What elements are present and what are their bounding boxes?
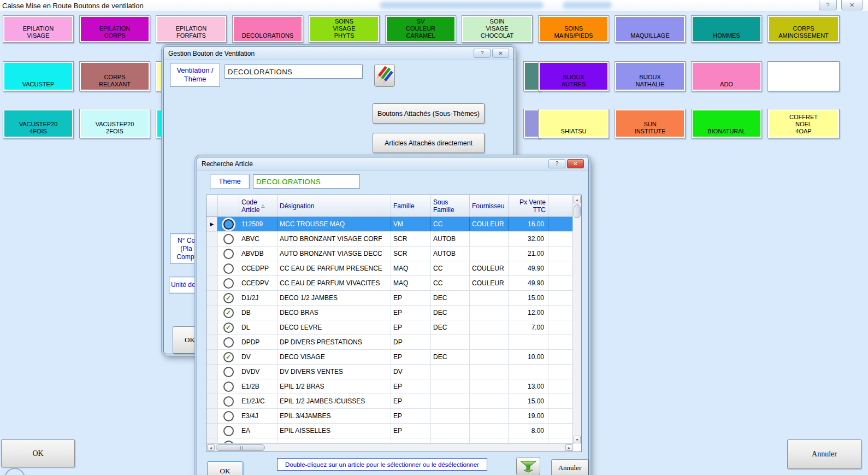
boutons-attaches-button[interactable]: Boutons Attachés (Sous-Thèmes)	[373, 103, 485, 124]
scroll-up-icon[interactable]: ▲	[574, 196, 581, 203]
recherche-ok-button[interactable]: OK	[207, 461, 243, 475]
header-designation[interactable]: Désignation	[277, 195, 391, 216]
main-ok-button[interactable]: OK	[1, 439, 75, 467]
vertical-scrollbar[interactable]: ▲ ▼	[572, 195, 581, 444]
checked-circle-icon[interactable]: ✓	[223, 322, 234, 333]
row-checkbox-cell[interactable]	[218, 379, 239, 394]
article-row-abvc[interactable]: ABVCAUTO BRONZANT VISAGE CORFSCRAUTOB32.…	[206, 232, 574, 247]
header-famille[interactable]: Famille	[391, 195, 431, 216]
unchecked-circle-icon[interactable]	[223, 278, 234, 289]
category-button-epilation-corps[interactable]: EPILATION CORPS	[79, 15, 150, 43]
recherche-close-button[interactable]: ✕	[567, 159, 584, 168]
category-button-epilation-visage[interactable]: EPILATION VISAGE	[3, 15, 74, 43]
header-sous-famille[interactable]: Sous Famille	[431, 195, 470, 216]
header-code-article[interactable]: Code Article△	[239, 195, 277, 216]
unchecked-circle-icon[interactable]	[223, 263, 234, 274]
unchecked-circle-icon[interactable]	[223, 249, 234, 259]
unchecked-circle-icon[interactable]	[223, 234, 234, 244]
article-row-e12jc[interactable]: E1/2J/CEPIL 1/2 JAMBES /CUISSESEP15.00	[206, 394, 574, 409]
ventilation-theme-input[interactable]	[225, 64, 363, 79]
row-checkbox-cell[interactable]	[218, 232, 239, 246]
unchecked-circle-icon[interactable]	[223, 382, 234, 392]
gestion-help-button[interactable]: ?	[474, 49, 491, 58]
row-checkbox-cell[interactable]	[218, 261, 239, 275]
row-checkbox-cell[interactable]	[218, 424, 239, 438]
category-button-vacustep20-2fois[interactable]: VACUSTEP20 2FOIS	[79, 109, 150, 138]
row-checkbox-cell[interactable]	[218, 394, 239, 408]
article-row-e34j[interactable]: E3/4JEPIL 3/4JAMBESEP19.00	[206, 409, 574, 424]
category-button-soins-mainspieds[interactable]: SOINS MAINS/PIEDS	[538, 15, 609, 43]
article-row-abvdb[interactable]: ABVDBAUTO BRONZANT VIASGE DECCSCRAUTOB21…	[206, 247, 574, 261]
article-row-dvdv[interactable]: DVDVDV DIVERS VENTESDV	[206, 365, 574, 379]
recherche-dialog-titlebar[interactable]: Recherche Article ? ✕	[197, 157, 588, 171]
article-row-d12j[interactable]: ✓D1/2JDECO 1/2 JAMBESEPDEC15.00	[206, 291, 574, 306]
unchecked-circle-icon[interactable]	[223, 337, 234, 348]
row-checkbox-cell[interactable]: ✓	[218, 306, 239, 320]
row-checkbox-cell[interactable]	[218, 247, 239, 261]
category-button-bijoux-nathalie[interactable]: BIJOUX NATHALIE	[615, 61, 686, 91]
row-checkbox-cell[interactable]	[218, 365, 239, 379]
category-button-epilation-forfaits[interactable]: EPILATION FORFAITS	[156, 15, 227, 43]
checked-circle-icon[interactable]: ✓	[223, 308, 234, 318]
category-button-shiatsu[interactable]: SHIATSU	[538, 109, 609, 138]
row-checkbox-cell[interactable]	[218, 409, 239, 423]
edit-colors-button[interactable]	[374, 64, 395, 87]
select-filter-button[interactable]	[516, 457, 540, 475]
row-checkbox-cell[interactable]: ✓	[218, 350, 239, 364]
row-checkbox-cell[interactable]	[218, 276, 239, 290]
row-checkbox-cell[interactable]: ✓	[218, 320, 239, 335]
category-button-vacustep[interactable]: VACUSTEP	[3, 61, 74, 91]
checked-circle-icon[interactable]: ✓	[223, 352, 234, 362]
unchecked-circle-icon[interactable]	[223, 396, 234, 407]
recherche-cancel-button[interactable]: Annuler	[551, 459, 588, 475]
category-button-sun-institute[interactable]: SUN INSTITUTE	[615, 109, 686, 138]
recherche-theme-input[interactable]	[253, 174, 360, 189]
row-checkbox-cell[interactable]	[218, 335, 239, 349]
category-button-blank-18[interactable]	[767, 61, 840, 91]
articles-attaches-button[interactable]: Articles Attachés directement	[373, 133, 485, 153]
recherche-help-button[interactable]: ?	[548, 159, 565, 168]
category-button-bionatural[interactable]: BIONATURAL	[691, 109, 762, 138]
row-checkbox-cell[interactable]: ✓	[218, 291, 239, 305]
window-close-button[interactable]: ✕	[841, 0, 863, 10]
scroll-down-icon[interactable]: ▼	[574, 436, 581, 443]
category-button-coffret-noel-4oap[interactable]: COFFRET NOEL 4OAP	[767, 109, 840, 138]
scroll-left-icon[interactable]: ◄	[207, 444, 215, 451]
header-fournisseur[interactable]: Fournisseu	[470, 195, 509, 216]
category-button-soin-visage-chocolat[interactable]: SOIN VISAGE CHOCOLAT	[462, 15, 533, 43]
vertical-scroll-thumb[interactable]	[574, 204, 581, 218]
category-button-bijoux-autres[interactable]: BIJOUX AUTRES	[538, 61, 609, 91]
header-px-vente[interactable]: Px Vente TTC	[509, 195, 548, 216]
category-button-vacustep20-4fois[interactable]: VACUSTEP20 4FOIS	[3, 109, 74, 138]
category-button-corps-amincissement[interactable]: CORPS AMINCISSEMENT	[767, 15, 840, 43]
main-cancel-button[interactable]: Annuler	[787, 439, 861, 469]
category-button-decolorations[interactable]: DECOLORATIONS	[232, 15, 303, 43]
article-row-e12b[interactable]: E1/2BEPIL 1/2 BRASEP13.00	[206, 379, 574, 394]
unchecked-circle-icon[interactable]	[223, 411, 234, 421]
gestion-close-button[interactable]: ✕	[492, 49, 509, 58]
article-row-dl[interactable]: ✓DLDECO LEVREEPDEC7.00	[206, 320, 574, 335]
article-row-ccedpv[interactable]: CCEDPVCC EAU DE PARFUM VIVACITESMAQCCCOU…	[206, 276, 574, 291]
scroll-right-icon[interactable]: ►	[565, 444, 573, 451]
article-row-db[interactable]: ✓DBDECO BRASEPDEC12.00	[206, 306, 574, 320]
category-button-maquillage[interactable]: MAQUILLAGE	[615, 15, 686, 43]
article-row-112509[interactable]: ▶112509MCC TROUSSE MAQVMCCCOULEUR16.00	[206, 217, 574, 232]
row-checkbox-cell[interactable]	[218, 217, 239, 231]
checked-circle-icon[interactable]: ✓	[223, 293, 234, 303]
category-button-ado[interactable]: ADO	[691, 61, 762, 91]
article-row-ccedpp[interactable]: CCEDPPCC EAU DE PARFUM PRESENCEMAQCCCOUL…	[206, 261, 574, 276]
article-row-dpdp[interactable]: DPDPDP DIVERS PRESTATIONSDP	[206, 335, 574, 350]
gestion-dialog-titlebar[interactable]: Gestion Bouton de Ventilation ? ✕	[164, 47, 513, 60]
category-button-corps-relaxant[interactable]: CORPS RELAXANT	[79, 61, 150, 91]
category-button-soins-visage-phyts[interactable]: SOINS VISAGE PHYTS	[309, 15, 380, 43]
unchecked-circle-icon[interactable]	[223, 367, 234, 377]
category-button-sv-couleur-caramel[interactable]: SV COULEUR CARAMEL	[385, 15, 456, 43]
category-button-hommes[interactable]: HOMMES	[691, 15, 762, 43]
window-help-button[interactable]: ?	[819, 0, 837, 10]
unchecked-circle-icon[interactable]	[223, 426, 234, 436]
article-row-dv[interactable]: ✓DVDECO VISAGEEPDEC10.00	[206, 350, 574, 365]
horizontal-scroll-thumb[interactable]	[216, 444, 265, 451]
article-row-ea[interactable]: EAEPIL AISSELLESEP8.00	[206, 424, 574, 438]
unchecked-circle-icon[interactable]	[223, 219, 234, 230]
horizontal-scrollbar[interactable]: ◄ ►	[206, 443, 574, 451]
